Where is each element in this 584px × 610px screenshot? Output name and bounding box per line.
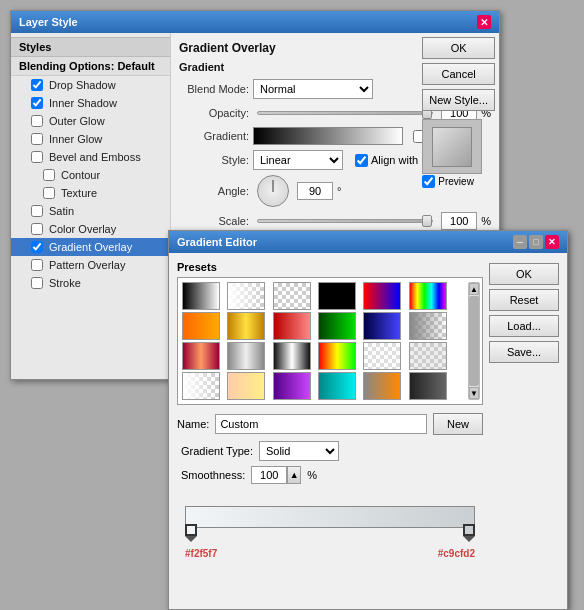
style-item-outer-glow[interactable]: Outer Glow — [11, 112, 170, 130]
gradient-type-row: Gradient Type: Solid — [177, 441, 483, 461]
style-item-inner-shadow[interactable]: Inner Shadow — [11, 94, 170, 112]
angle-value[interactable] — [297, 182, 333, 200]
preset-gold[interactable] — [227, 312, 265, 340]
close-icon[interactable]: ✕ — [545, 235, 559, 249]
ok-button[interactable]: OK — [422, 37, 495, 59]
outer-glow-checkbox[interactable] — [31, 115, 43, 127]
cancel-button[interactable]: Cancel — [422, 63, 495, 85]
scroll-up-arrow[interactable]: ▲ — [469, 283, 479, 295]
stroke-checkbox[interactable] — [31, 277, 43, 289]
preset-light-orange[interactable] — [227, 372, 265, 400]
preset-checker2[interactable] — [363, 342, 401, 370]
preview-checkbox[interactable] — [422, 175, 435, 188]
maximize-icon[interactable]: □ — [529, 235, 543, 249]
gradient-overlay-checkbox[interactable] — [31, 241, 43, 253]
preset-chrome[interactable] — [273, 342, 311, 370]
preset-rb[interactable] — [363, 282, 401, 310]
style-item-stroke[interactable]: Stroke — [11, 274, 170, 292]
preset-bw[interactable] — [182, 282, 220, 310]
preset-transparent[interactable] — [227, 282, 265, 310]
ge-reset-button[interactable]: Reset — [489, 289, 559, 311]
preset-multi[interactable] — [318, 342, 356, 370]
pattern-overlay-checkbox[interactable] — [31, 259, 43, 271]
stop-indicator-right[interactable] — [463, 524, 475, 536]
style-item-drop-shadow[interactable]: Drop Shadow — [11, 76, 170, 94]
style-item-color-overlay[interactable]: Color Overlay — [11, 220, 170, 238]
scale-row: Scale: % — [179, 212, 491, 230]
preset-dark[interactable] — [409, 372, 447, 400]
preset-orange2[interactable] — [182, 342, 220, 370]
stop-indicator-left[interactable] — [185, 524, 197, 536]
bevel-emboss-checkbox[interactable] — [31, 151, 43, 163]
texture-checkbox[interactable] — [43, 187, 55, 199]
preset-blue-grad[interactable] — [363, 312, 401, 340]
gradient-preview[interactable] — [253, 127, 403, 145]
preset-rainbow[interactable] — [409, 282, 447, 310]
gradient-editor-main: Presets — [177, 261, 483, 559]
preset-orange[interactable] — [182, 312, 220, 340]
contour-checkbox[interactable] — [43, 169, 55, 181]
preset-teal[interactable] — [318, 372, 356, 400]
name-input[interactable] — [215, 414, 427, 434]
ge-ok-button[interactable]: OK — [489, 263, 559, 285]
color-overlay-checkbox[interactable] — [31, 223, 43, 235]
preset-green-grad[interactable] — [318, 312, 356, 340]
ge-save-button[interactable]: Save... — [489, 341, 559, 363]
color-stop-right-value: #c9cfd2 — [438, 548, 475, 559]
preset-checker[interactable] — [273, 282, 311, 310]
color-stop-left[interactable] — [185, 524, 197, 542]
inner-shadow-checkbox[interactable] — [31, 97, 43, 109]
satin-checkbox[interactable] — [31, 205, 43, 217]
opacity-label: Opacity: — [179, 107, 249, 119]
style-item-bevel-emboss[interactable]: Bevel and Emboss — [11, 148, 170, 166]
presets-scrollbar[interactable]: ▲ ▼ — [468, 282, 480, 400]
styles-header: Styles — [11, 37, 170, 57]
scale-value[interactable] — [441, 212, 477, 230]
scroll-down-arrow[interactable]: ▼ — [469, 387, 479, 399]
style-item-satin[interactable]: Satin — [11, 202, 170, 220]
side-buttons: OK Cancel New Style... Preview — [422, 37, 495, 188]
new-button[interactable]: New — [433, 413, 483, 435]
color-stop-right[interactable] — [463, 524, 475, 542]
preset-gray-orange[interactable] — [363, 372, 401, 400]
preset-red-grad[interactable] — [273, 312, 311, 340]
gradient-editor-window: Gradient Editor ─ □ ✕ Presets — [168, 230, 568, 610]
preset-purple[interactable] — [273, 372, 311, 400]
gradient-type-select[interactable]: Solid — [259, 441, 339, 461]
scale-slider[interactable] — [257, 219, 433, 223]
inner-glow-checkbox[interactable] — [31, 133, 43, 145]
style-item-contour[interactable]: Contour — [11, 166, 170, 184]
new-style-button[interactable]: New Style... — [422, 89, 495, 111]
presets-container: ▲ ▼ — [177, 277, 483, 405]
ge-load-button[interactable]: Load... — [489, 315, 559, 337]
gradient-type-label: Gradient Type: — [181, 445, 253, 457]
preset-checker3[interactable] — [409, 342, 447, 370]
stop-arrow-right — [463, 536, 475, 542]
align-layer-checkbox[interactable] — [355, 154, 368, 167]
style-item-pattern-overlay[interactable]: Pattern Overlay — [11, 256, 170, 274]
style-item-texture[interactable]: Texture — [11, 184, 170, 202]
preset-solid-black[interactable] — [318, 282, 356, 310]
style-item-inner-glow[interactable]: Inner Glow — [11, 130, 170, 148]
angle-wheel[interactable] — [257, 175, 289, 207]
style-select[interactable]: Linear — [253, 150, 343, 170]
opacity-slider[interactable] — [257, 111, 433, 115]
drop-shadow-checkbox[interactable] — [31, 79, 43, 91]
blend-mode-label: Blend Mode: — [179, 83, 249, 95]
style-item-gradient-overlay[interactable]: Gradient Overlay — [11, 238, 170, 256]
preset-silver[interactable] — [227, 342, 265, 370]
smoothness-input[interactable] — [251, 466, 287, 484]
close-icon[interactable]: ✕ — [477, 15, 491, 29]
preset-white-trans[interactable] — [182, 372, 220, 400]
preset-trans2[interactable] — [409, 312, 447, 340]
style-label: Style: — [179, 154, 249, 166]
gradient-bar[interactable] — [185, 506, 475, 528]
preview-inner — [432, 127, 472, 167]
minimize-icon[interactable]: ─ — [513, 235, 527, 249]
scroll-thumb[interactable] — [469, 296, 479, 386]
blend-mode-select[interactable]: Normal — [253, 79, 373, 99]
smoothness-up-btn[interactable]: ▲ — [287, 466, 301, 484]
smoothness-row: Smoothness: ▲ % — [177, 466, 483, 484]
gradient-editor-titlebar: Gradient Editor ─ □ ✕ — [169, 231, 567, 253]
smoothness-stepper: ▲ — [251, 466, 301, 484]
